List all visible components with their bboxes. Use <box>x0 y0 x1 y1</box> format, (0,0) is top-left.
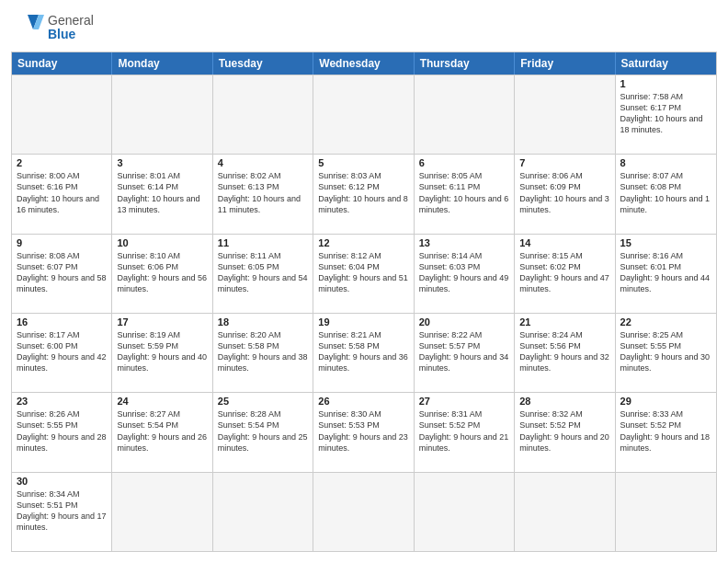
empty-cell-0-4 <box>415 75 515 154</box>
day-number-18: 18 <box>218 316 308 327</box>
logo-text: General Blue <box>48 14 94 42</box>
day-info-6: Sunrise: 8:05 AM Sunset: 6:11 PM Dayligh… <box>419 170 509 215</box>
day-number-23: 23 <box>17 396 107 407</box>
day-number-14: 14 <box>519 237 609 248</box>
empty-cell-5-3 <box>313 473 414 551</box>
day-info-27: Sunrise: 8:31 AM Sunset: 5:52 PM Dayligh… <box>419 408 509 454</box>
day-cell-23: 23Sunrise: 8:26 AM Sunset: 5:55 PM Dayli… <box>12 393 112 471</box>
calendar-header: SundayMondayTuesdayWednesdayThursdayFrid… <box>12 52 716 75</box>
day-number-10: 10 <box>117 237 207 248</box>
day-info-29: Sunrise: 8:33 AM Sunset: 5:52 PM Dayligh… <box>620 408 711 454</box>
week-row-3: 9Sunrise: 8:08 AM Sunset: 6:07 PM Daylig… <box>12 234 716 313</box>
day-cell-21: 21Sunrise: 8:24 AM Sunset: 5:56 PM Dayli… <box>515 314 615 392</box>
day-info-8: Sunrise: 8:07 AM Sunset: 6:08 PM Dayligh… <box>620 170 711 215</box>
day-number-30: 30 <box>17 476 107 487</box>
calendar: SundayMondayTuesdayWednesdayThursdayFrid… <box>11 52 717 552</box>
day-info-9: Sunrise: 8:08 AM Sunset: 6:07 PM Dayligh… <box>17 250 107 295</box>
empty-cell-5-4 <box>415 473 515 551</box>
day-cell-26: 26Sunrise: 8:30 AM Sunset: 5:53 PM Dayli… <box>313 393 414 471</box>
day-info-12: Sunrise: 8:12 AM Sunset: 6:04 PM Dayligh… <box>318 250 408 295</box>
day-cell-20: 20Sunrise: 8:22 AM Sunset: 5:57 PM Dayli… <box>415 314 515 392</box>
day-cell-10: 10Sunrise: 8:10 AM Sunset: 6:06 PM Dayli… <box>112 235 212 313</box>
day-cell-13: 13Sunrise: 8:14 AM Sunset: 6:03 PM Dayli… <box>415 235 515 313</box>
day-number-12: 12 <box>318 237 408 248</box>
day-info-21: Sunrise: 8:24 AM Sunset: 5:56 PM Dayligh… <box>519 329 609 374</box>
day-number-19: 19 <box>318 316 408 327</box>
day-number-20: 20 <box>419 316 509 327</box>
day-number-17: 17 <box>117 316 207 327</box>
day-number-29: 29 <box>620 396 711 407</box>
day-info-3: Sunrise: 8:01 AM Sunset: 6:14 PM Dayligh… <box>117 170 207 215</box>
day-info-30: Sunrise: 8:34 AM Sunset: 5:51 PM Dayligh… <box>17 488 107 534</box>
empty-cell-0-3 <box>313 75 414 154</box>
day-number-13: 13 <box>419 237 509 248</box>
week-row-6: 30Sunrise: 8:34 AM Sunset: 5:51 PM Dayli… <box>12 472 716 551</box>
day-number-7: 7 <box>519 157 609 168</box>
day-number-25: 25 <box>218 396 308 407</box>
day-info-5: Sunrise: 8:03 AM Sunset: 6:12 PM Dayligh… <box>318 170 408 215</box>
header-day-monday: Monday <box>112 52 212 75</box>
day-number-21: 21 <box>519 316 609 327</box>
week-row-1: 1Sunrise: 7:58 AM Sunset: 6:17 PM Daylig… <box>12 75 716 154</box>
empty-cell-5-6 <box>616 473 716 551</box>
week-row-5: 23Sunrise: 8:26 AM Sunset: 5:55 PM Dayli… <box>12 392 716 471</box>
day-cell-6: 6Sunrise: 8:05 AM Sunset: 6:11 PM Daylig… <box>415 155 515 233</box>
day-number-6: 6 <box>419 157 509 168</box>
day-info-25: Sunrise: 8:28 AM Sunset: 5:54 PM Dayligh… <box>218 408 308 454</box>
day-number-28: 28 <box>519 396 609 407</box>
day-info-2: Sunrise: 8:00 AM Sunset: 6:16 PM Dayligh… <box>17 170 107 215</box>
empty-cell-5-1 <box>112 473 212 551</box>
day-number-5: 5 <box>318 157 408 168</box>
empty-cell-0-0 <box>12 75 112 154</box>
day-info-15: Sunrise: 8:16 AM Sunset: 6:01 PM Dayligh… <box>620 250 711 295</box>
empty-cell-0-2 <box>213 75 313 154</box>
day-cell-3: 3Sunrise: 8:01 AM Sunset: 6:14 PM Daylig… <box>112 155 212 233</box>
page: General Blue SundayMondayTuesdayWednesda… <box>0 0 728 563</box>
day-info-11: Sunrise: 8:11 AM Sunset: 6:05 PM Dayligh… <box>218 250 308 295</box>
week-row-4: 16Sunrise: 8:17 AM Sunset: 6:00 PM Dayli… <box>12 313 716 392</box>
day-number-24: 24 <box>117 396 207 407</box>
day-cell-15: 15Sunrise: 8:16 AM Sunset: 6:01 PM Dayli… <box>616 235 716 313</box>
day-info-18: Sunrise: 8:20 AM Sunset: 5:58 PM Dayligh… <box>218 329 308 374</box>
day-cell-2: 2Sunrise: 8:00 AM Sunset: 6:16 PM Daylig… <box>12 155 112 233</box>
day-info-7: Sunrise: 8:06 AM Sunset: 6:09 PM Dayligh… <box>519 170 609 215</box>
day-cell-30: 30Sunrise: 8:34 AM Sunset: 5:51 PM Dayli… <box>12 473 112 551</box>
empty-cell-0-5 <box>515 75 615 154</box>
day-cell-24: 24Sunrise: 8:27 AM Sunset: 5:54 PM Dayli… <box>112 393 212 471</box>
header-day-sunday: Sunday <box>12 52 112 75</box>
day-number-11: 11 <box>218 237 308 248</box>
day-cell-16: 16Sunrise: 8:17 AM Sunset: 6:00 PM Dayli… <box>12 314 112 392</box>
empty-cell-5-2 <box>213 473 313 551</box>
day-info-19: Sunrise: 8:21 AM Sunset: 5:58 PM Dayligh… <box>318 329 408 374</box>
header-day-saturday: Saturday <box>616 52 716 75</box>
day-info-10: Sunrise: 8:10 AM Sunset: 6:06 PM Dayligh… <box>117 250 207 295</box>
day-cell-22: 22Sunrise: 8:25 AM Sunset: 5:55 PM Dayli… <box>616 314 716 392</box>
day-cell-25: 25Sunrise: 8:28 AM Sunset: 5:54 PM Dayli… <box>213 393 313 471</box>
day-cell-12: 12Sunrise: 8:12 AM Sunset: 6:04 PM Dayli… <box>313 235 414 313</box>
day-info-23: Sunrise: 8:26 AM Sunset: 5:55 PM Dayligh… <box>17 408 107 454</box>
day-cell-14: 14Sunrise: 8:15 AM Sunset: 6:02 PM Dayli… <box>515 235 615 313</box>
day-info-17: Sunrise: 8:19 AM Sunset: 5:59 PM Dayligh… <box>117 329 207 374</box>
header-day-wednesday: Wednesday <box>313 52 414 75</box>
day-cell-19: 19Sunrise: 8:21 AM Sunset: 5:58 PM Dayli… <box>313 314 414 392</box>
day-cell-7: 7Sunrise: 8:06 AM Sunset: 6:09 PM Daylig… <box>515 155 615 233</box>
day-cell-8: 8Sunrise: 8:07 AM Sunset: 6:08 PM Daylig… <box>616 155 716 233</box>
header-day-tuesday: Tuesday <box>213 52 313 75</box>
empty-cell-0-1 <box>112 75 212 154</box>
day-number-22: 22 <box>620 316 711 327</box>
day-number-15: 15 <box>620 237 711 248</box>
day-info-13: Sunrise: 8:14 AM Sunset: 6:03 PM Dayligh… <box>419 250 509 295</box>
day-number-4: 4 <box>218 157 308 168</box>
day-cell-9: 9Sunrise: 8:08 AM Sunset: 6:07 PM Daylig… <box>12 235 112 313</box>
week-row-2: 2Sunrise: 8:00 AM Sunset: 6:16 PM Daylig… <box>12 154 716 233</box>
day-info-4: Sunrise: 8:02 AM Sunset: 6:13 PM Dayligh… <box>218 170 308 215</box>
logo: General Blue <box>11 11 94 44</box>
day-info-20: Sunrise: 8:22 AM Sunset: 5:57 PM Dayligh… <box>419 329 509 374</box>
day-info-28: Sunrise: 8:32 AM Sunset: 5:52 PM Dayligh… <box>519 408 609 454</box>
empty-cell-5-5 <box>515 473 615 551</box>
logo-svg: General Blue <box>11 11 94 44</box>
day-number-27: 27 <box>419 396 509 407</box>
day-cell-17: 17Sunrise: 8:19 AM Sunset: 5:59 PM Dayli… <box>112 314 212 392</box>
day-number-2: 2 <box>17 157 107 168</box>
day-info-16: Sunrise: 8:17 AM Sunset: 6:00 PM Dayligh… <box>17 329 107 374</box>
